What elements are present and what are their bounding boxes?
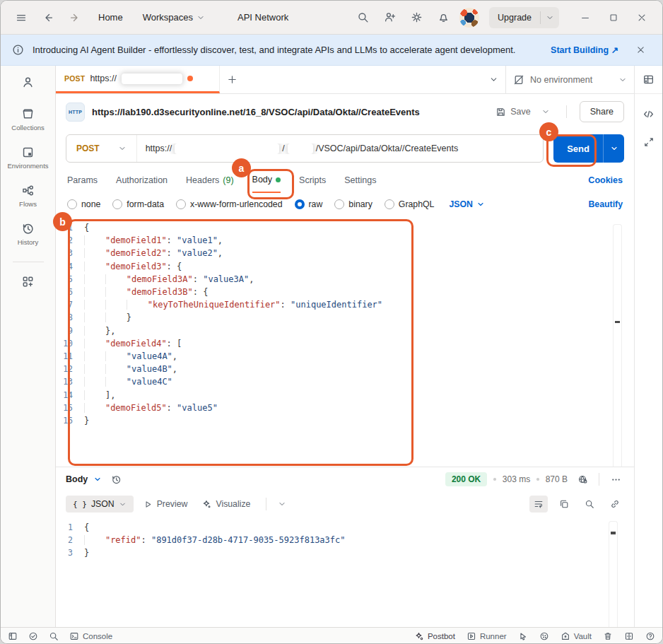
mode-raw[interactable]: raw bbox=[295, 199, 323, 209]
close-window-icon[interactable] bbox=[631, 7, 652, 28]
environments-icon bbox=[21, 146, 35, 159]
save-options-chevron[interactable] bbox=[538, 101, 553, 122]
environment-label: No environment bbox=[530, 75, 592, 85]
cookies-link[interactable]: Cookies bbox=[588, 175, 623, 185]
app-topbar: Home Workspaces API Network Upgrade bbox=[1, 1, 662, 35]
code-snippet-button[interactable] bbox=[635, 100, 662, 128]
editor-scrollbar[interactable] bbox=[613, 224, 622, 467]
runner-button[interactable]: Runner bbox=[467, 631, 507, 641]
mode-binary[interactable]: binary bbox=[334, 199, 372, 209]
response-scrollbar[interactable] bbox=[609, 521, 618, 627]
console-button[interactable]: Console bbox=[69, 631, 112, 641]
code-line: 4 "demoField3": { bbox=[56, 260, 634, 273]
status-badge[interactable]: 200 OK bbox=[445, 472, 487, 486]
line-number: 12 bbox=[56, 363, 84, 375]
editor-scroll-thumb[interactable] bbox=[615, 321, 620, 323]
tab-list-chevron[interactable] bbox=[481, 66, 505, 93]
environment-selector[interactable]: No environment bbox=[505, 66, 634, 93]
user-avatar[interactable] bbox=[459, 8, 479, 28]
response-format-selector[interactable]: { } JSON bbox=[66, 496, 134, 513]
upgrade-button[interactable]: Upgrade bbox=[489, 7, 559, 28]
preview-tab[interactable]: Preview bbox=[139, 499, 192, 509]
send-button[interactable]: Send bbox=[553, 134, 603, 163]
mode-urlencoded[interactable]: x-www-form-urlencoded bbox=[176, 199, 283, 209]
environment-quick-look[interactable] bbox=[635, 66, 662, 94]
tab-body[interactable]: Body bbox=[252, 168, 281, 193]
status-check-button[interactable] bbox=[28, 631, 38, 641]
code-line: 5 "demoField3A": "value3A", bbox=[56, 273, 634, 286]
chevron-down-icon[interactable] bbox=[93, 475, 102, 484]
search-icon[interactable] bbox=[352, 7, 373, 28]
settings-gear-icon[interactable] bbox=[406, 7, 427, 28]
mode-urlencoded-label: x-www-form-urlencoded bbox=[190, 199, 283, 209]
tab-params[interactable]: Params bbox=[67, 168, 98, 193]
method-selector[interactable]: POST bbox=[66, 135, 137, 162]
notifications-bell-icon[interactable] bbox=[433, 7, 454, 28]
nav-api-network[interactable]: API Network bbox=[230, 8, 295, 27]
sidebar-item-history[interactable]: History bbox=[18, 222, 39, 246]
response-size[interactable]: 870 B bbox=[546, 474, 568, 484]
toggle-sidebar-button[interactable] bbox=[8, 631, 18, 641]
nav-home[interactable]: Home bbox=[91, 8, 130, 27]
line-number: 5 bbox=[56, 273, 84, 286]
code-line: 14 ], bbox=[56, 389, 634, 402]
tab-headers[interactable]: Headers(9) bbox=[186, 168, 234, 193]
response-more-icon[interactable] bbox=[607, 471, 624, 488]
response-view-selector[interactable]: Body bbox=[66, 474, 88, 484]
response-time[interactable]: 303 ms bbox=[503, 474, 530, 484]
start-building-link[interactable]: Start Building ↗ bbox=[551, 45, 618, 55]
find-button[interactable] bbox=[49, 631, 59, 641]
banner-close-icon[interactable] bbox=[630, 40, 651, 61]
trash-button[interactable] bbox=[603, 631, 613, 641]
sidebar-item-more-blocks[interactable] bbox=[21, 275, 35, 288]
share-button[interactable]: Share bbox=[580, 101, 624, 122]
network-info-icon[interactable] bbox=[574, 471, 591, 488]
request-tab[interactable]: POST https:// bbox=[56, 66, 220, 93]
link-button[interactable] bbox=[606, 496, 624, 513]
forward-arrow-icon[interactable] bbox=[64, 7, 86, 28]
upgrade-chevron-icon[interactable] bbox=[541, 13, 559, 22]
sidebar-item-environments[interactable]: Environments bbox=[7, 146, 48, 170]
more-views-chevron[interactable] bbox=[278, 500, 286, 508]
tab-settings[interactable]: Settings bbox=[344, 168, 376, 193]
request-body-editor[interactable]: 1{2 "demoField1": "value1",3 "demoField2… bbox=[56, 216, 634, 467]
search-response-button[interactable] bbox=[580, 496, 599, 513]
split-panel-button[interactable] bbox=[624, 631, 634, 641]
save-button[interactable]: Save bbox=[495, 107, 531, 117]
back-arrow-icon[interactable] bbox=[37, 7, 59, 28]
sidebar-item-collections[interactable]: Collections bbox=[11, 107, 44, 131]
help-button[interactable] bbox=[645, 631, 655, 641]
sidebar-item-account[interactable] bbox=[21, 76, 35, 89]
mode-none[interactable]: none bbox=[67, 199, 100, 209]
tab-authorization[interactable]: Authorization bbox=[116, 168, 168, 193]
wrap-lines-button[interactable] bbox=[529, 496, 548, 513]
language-selector[interactable]: JSON bbox=[449, 199, 485, 209]
beautify-link[interactable]: Beautify bbox=[588, 199, 623, 209]
chevron-down-icon[interactable] bbox=[618, 76, 627, 84]
postbot-button[interactable]: Postbot bbox=[414, 631, 455, 641]
mode-graphql[interactable]: GraphQL bbox=[385, 199, 435, 209]
hamburger-menu-icon[interactable] bbox=[11, 7, 32, 28]
cookies-footer-button[interactable] bbox=[539, 631, 549, 641]
maximize-icon[interactable] bbox=[603, 7, 624, 28]
url-input[interactable]: https:// / /VSOC/api/Data/Okta//CreateEv… bbox=[137, 144, 544, 154]
new-tab-button[interactable] bbox=[220, 66, 244, 93]
line-number: 6 bbox=[56, 286, 84, 298]
visualize-tab[interactable]: Visualize bbox=[197, 499, 254, 509]
minimize-icon[interactable] bbox=[575, 7, 596, 28]
right-sidebar bbox=[634, 66, 662, 627]
mode-form-data[interactable]: form-data bbox=[112, 199, 164, 209]
vault-button[interactable]: Vault bbox=[561, 631, 592, 641]
collapse-panel-button[interactable] bbox=[635, 128, 662, 156]
nav-workspaces[interactable]: Workspaces bbox=[136, 8, 212, 27]
response-body-viewer[interactable]: 1{2 "refid": "891d0f37-d28b-4717-9035-59… bbox=[56, 517, 634, 627]
response-scroll-thumb[interactable] bbox=[611, 532, 616, 534]
invite-user-icon[interactable] bbox=[379, 7, 400, 28]
response-history-icon[interactable] bbox=[107, 471, 124, 488]
send-options-chevron[interactable] bbox=[603, 134, 624, 163]
tab-scripts[interactable]: Scripts bbox=[299, 168, 326, 193]
line-number: 13 bbox=[56, 375, 84, 388]
capture-requests-button[interactable] bbox=[518, 631, 528, 641]
copy-button[interactable] bbox=[555, 496, 573, 513]
sidebar-item-flows[interactable]: Flows bbox=[19, 184, 37, 208]
